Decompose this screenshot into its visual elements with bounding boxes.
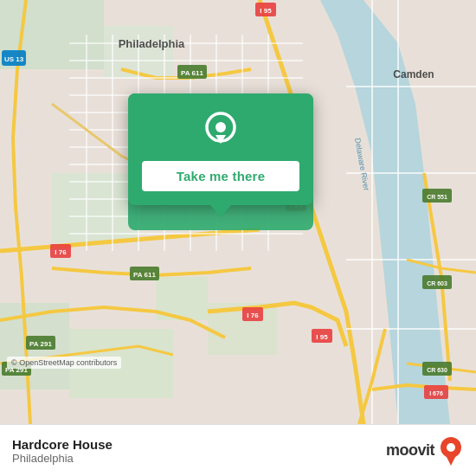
svg-text:PA 611: PA 611 <box>133 271 156 279</box>
moovit-text: moovit <box>386 441 434 460</box>
svg-text:CR 603: CR 603 <box>427 280 447 286</box>
svg-text:I 95: I 95 <box>316 333 328 341</box>
osm-attribution: © OpenStreetMap contributors <box>7 357 121 369</box>
bottom-bar: Hardcore House Philadelphia moovit <box>0 424 476 476</box>
svg-text:US 13: US 13 <box>4 55 24 63</box>
svg-text:I 95: I 95 <box>260 7 272 15</box>
moovit-logo: moovit <box>386 436 464 466</box>
svg-text:CR 630: CR 630 <box>427 367 447 373</box>
svg-text:Philadelphia: Philadelphia <box>119 37 185 50</box>
moovit-pin-icon <box>438 436 464 466</box>
svg-text:PA 291: PA 291 <box>29 340 52 348</box>
svg-point-68 <box>215 122 226 132</box>
popup-tail <box>210 205 231 217</box>
svg-text:PA 611: PA 611 <box>181 69 203 77</box>
location-name: Hardcore House <box>12 437 113 452</box>
map-container: US 13 PA 611 PA 611 I 95 I 95 I 95 I 76 … <box>0 0 476 424</box>
location-pin-icon <box>201 111 241 151</box>
svg-text:I 676: I 676 <box>429 390 443 396</box>
svg-text:I 76: I 76 <box>55 248 67 256</box>
popup-card: Take me there <box>128 93 313 205</box>
svg-text:Camden: Camden <box>393 68 434 80</box>
take-me-there-button[interactable]: Take me there <box>142 161 299 191</box>
svg-point-71 <box>447 443 455 452</box>
location-city: Philadelphia <box>12 452 113 465</box>
svg-text:I 76: I 76 <box>247 312 259 319</box>
svg-text:CR 551: CR 551 <box>427 194 447 200</box>
location-info: Hardcore House Philadelphia <box>12 437 113 465</box>
svg-marker-72 <box>446 455 456 466</box>
svg-rect-4 <box>52 173 138 242</box>
